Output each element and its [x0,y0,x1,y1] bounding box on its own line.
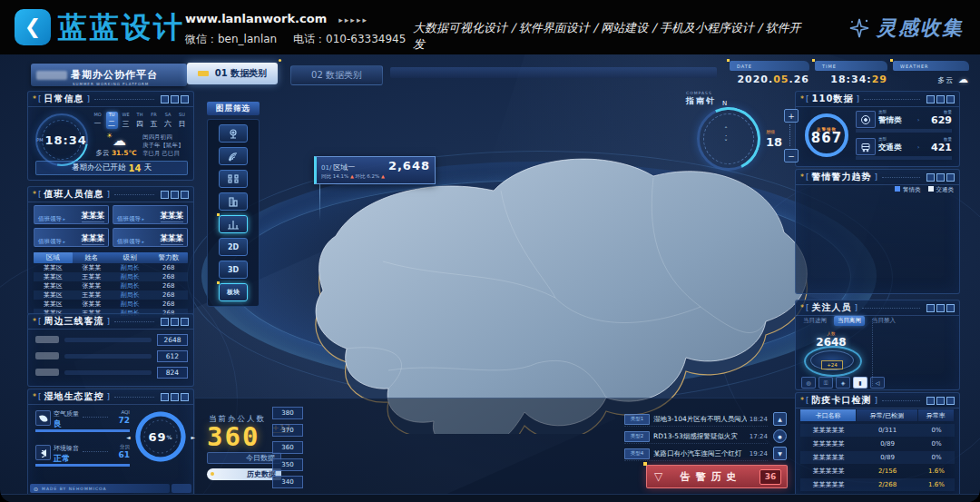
sun-icon: ☀ [106,132,113,140]
maximize-icon[interactable] [171,191,179,199]
alert-history-banner[interactable]: ▽ 告警历史 36 [646,465,788,488]
maximize-icon[interactable] [936,95,945,103]
key-icon[interactable]: ⚿ [818,377,833,389]
2d-mode-button[interactable]: 2D [219,238,248,256]
scroll-up-button[interactable]: ▲ [773,412,787,426]
expand-icon[interactable] [181,318,189,326]
minimize-icon[interactable] [161,393,169,401]
minimize-icon[interactable] [926,173,935,182]
duty-leader-card[interactable]: 值班领导某某某 [34,205,109,224]
alert-text: RD13-53烟感报警疑似火灾 [653,432,747,441]
duty-leader-card[interactable]: 值班领导某某某 [113,228,188,247]
up-arrow-icon: ▲ [381,173,385,179]
flow-value: 2648 [157,334,188,346]
building-layer-button[interactable] [219,192,248,211]
flow-value: 824 [157,367,188,379]
duty-leader-card[interactable]: 值班领导某某某 [113,205,188,224]
tab-gate-in[interactable]: 当日进闸 [799,316,830,326]
maximize-icon[interactable] [936,173,945,182]
y-axis-box: 360 [272,441,303,454]
alert-list-item[interactable]: 类型1 湿地3-104片区有不明人员闯入 18:24 [624,412,768,427]
minimize-icon[interactable] [161,318,169,326]
website-link[interactable]: www.lanlanwork.com [185,12,327,25]
table-row[interactable]: 某某某某某0/890% [800,438,955,450]
temperature: 31.5℃ [112,149,137,157]
minimize-icon[interactable] [161,95,169,103]
panel-title: 周边三线客流 [44,315,104,328]
alert-count-badge: 36 [760,469,781,485]
table-row[interactable]: 某某某某某2/2681.6% [800,478,955,491]
tooltip-region-name: 区域一 [333,162,355,172]
expand-icon[interactable] [181,393,189,401]
maximize-icon[interactable] [936,397,945,405]
building-icon [227,196,240,207]
scroll-indicator[interactable]: ● [773,429,787,443]
alert-list-item[interactable]: 类型4 某路口有小汽车连闯三个红灯 19:24 [624,447,768,461]
cluster-layer-button[interactable] [219,170,248,188]
expand-icon[interactable] [181,95,189,103]
history-data-button[interactable]: 历史数据 [207,468,281,480]
tab-gate-out[interactable]: 当日离闸 [834,316,865,326]
bell-icon[interactable]: ◎ [801,377,816,389]
signal-layer-button[interactable] [219,147,248,165]
promo-banner: ❮ 蓝蓝设计 www.lanlanwork.com ▸▸▸▸▸ 微信：ben_l… [0,0,980,54]
expand-icon[interactable] [946,173,955,182]
minimize-icon[interactable] [926,397,935,405]
expand-icon[interactable] [181,191,189,199]
table-row[interactable]: 某某某某某2/1561.6% [800,465,955,477]
table-row[interactable]: 某某某某某0/3110% [800,424,955,437]
aqi-value: 72 [118,416,130,425]
bar-chart-icon [227,219,240,230]
minimize-icon[interactable] [926,304,935,312]
board-mode-button[interactable]: 板块 [219,283,248,301]
y-axis-box: 350 [272,458,303,471]
gauge-right-arrow[interactable]: ► [191,434,195,440]
dashboard: 01/ 区域一 2,648 同比 14.1% ▲ 环比 6.2% ▲ 暑期办公协… [0,54,980,502]
expand-icon[interactable] [946,397,955,405]
battery-icon[interactable]: ▮ [853,377,867,389]
trend-chart [799,193,956,291]
zoom-out-button[interactable]: − [784,149,799,162]
tooltip-value: 2,648 [388,159,430,172]
scroll-down-button[interactable]: ▼ [773,447,787,460]
table-row[interactable]: 某某区王某某副局长268 [34,290,188,300]
alert-time: 18:24 [750,416,768,423]
minimize-icon[interactable] [161,191,169,199]
maximize-icon[interactable] [936,304,945,312]
inspiration-collect[interactable]: 灵感收集 [848,15,964,42]
alert-list-item[interactable]: 类型2 RD13-53烟感报警疑似火灾 17:24 [624,429,768,444]
gauge-left-arrow[interactable]: ◄ [126,434,131,440]
maximize-icon[interactable] [171,393,179,401]
noise-item: 环境噪音 正常 分贝 61 [35,444,130,465]
maximize-icon[interactable] [171,95,179,103]
maximize-icon[interactable] [171,318,179,326]
panel-110-data: [110数据] 总警情数867 类型警情类› 数量629 类型交通类› 数量42… [795,91,960,167]
target-icon[interactable]: ◈ [836,377,850,389]
table-row[interactable]: 某某区张某某副局长268 [34,263,188,272]
expand-icon[interactable] [946,95,955,103]
today-data-button[interactable]: 今日数据 [207,452,281,464]
map-tooltip: 01/ 区域一 2,648 同比 14.1% ▲ 环比 6.2% ▲ [314,156,436,184]
minimize-icon[interactable] [926,95,935,103]
flow-bar-row: 612 [35,350,188,361]
3d-mode-button[interactable]: 3D [219,261,248,279]
zoom-slider[interactable] [789,124,790,146]
panel-passenger-flow: [周边三线客流] 2648 612 824 [27,313,194,387]
flow-value: 612 [157,350,188,362]
focus-bar-chart [872,319,962,386]
zoom-in-button[interactable]: + [784,109,799,123]
weather-text: 多云 [96,149,110,157]
barchart-layer-button[interactable] [219,215,248,233]
panel-duty-staff: [值班人员信息] 值班领导某某某 值班领导某某某 值班领导某某某 值班领导某某某… [27,186,194,315]
logo-text: 蓝蓝设计 [58,8,185,48]
table-row[interactable]: 某某某某某0/890% [800,451,955,464]
expand-icon[interactable] [946,304,955,312]
table-row[interactable]: 某某区张某某副局长268 [34,300,188,309]
alert-time: 19:24 [750,450,768,458]
duty-leader-card[interactable]: 值班领导某某某 [34,228,109,247]
table-row[interactable]: 某某区张某某副局长268 [34,281,188,290]
table-row[interactable]: 某某区王某某副局长268 [34,272,188,281]
arrows-decoration: ▸▸▸▸▸ [338,15,368,25]
cctv-layer-button[interactable] [219,124,248,143]
y-axis-box: 380 [272,407,303,419]
